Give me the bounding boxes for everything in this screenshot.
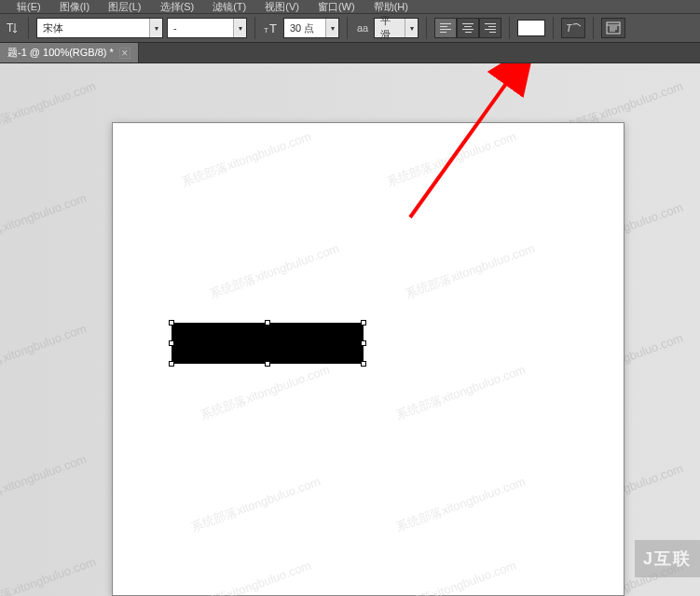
workspace: 系统部落xitongbuluo.com 系统部落xitongbuluo.com … [0, 63, 700, 596]
document-tab-title: 题-1 @ 100%(RGB/8) * [7, 46, 114, 60]
svg-text:T: T [566, 22, 573, 34]
svg-rect-4 [607, 22, 620, 34]
character-panel-button[interactable] [601, 18, 625, 38]
watermark: 系统部落xitongbuluo.com [393, 361, 528, 423]
menu-help[interactable]: 帮助(H) [364, 0, 418, 14]
warp-text-button[interactable]: T [561, 18, 585, 38]
font-family-dropdown[interactable]: 宋体 ▾ [36, 18, 163, 38]
divider [28, 17, 29, 39]
watermark: 系统部落xitongbuluo.com [0, 553, 98, 596]
font-style-value[interactable]: - [168, 19, 233, 37]
antialias-value[interactable]: 平滑 [375, 19, 405, 37]
align-left-button[interactable] [434, 18, 457, 38]
chevron-down-icon[interactable]: ▾ [233, 19, 246, 37]
divider [347, 17, 348, 39]
document-tab-bar: 题-1 @ 100%(RGB/8) * × [0, 43, 700, 63]
close-icon[interactable]: × [119, 48, 130, 59]
text-color-swatch[interactable] [517, 20, 545, 36]
menu-bar: 辑(E) 图像(I) 图层(L) 选择(S) 滤镜(T) 视图(V) 窗口(W)… [0, 0, 700, 13]
divider [426, 17, 427, 39]
chevron-down-icon[interactable]: ▾ [405, 19, 418, 37]
font-size-value[interactable]: 30 点 [284, 19, 325, 37]
align-center-button[interactable] [457, 18, 479, 38]
text-align-group [434, 18, 501, 38]
options-bar: T 宋体 ▾ - ▾ TT 30 点 ▾ aa 平滑 ▾ T [0, 13, 700, 43]
menu-layer[interactable]: 图层(L) [99, 0, 150, 14]
canvas[interactable]: 系统部落xitongbuluo.com 系统部落xitongbuluo.com … [112, 122, 625, 596]
watermark: 系统部落xitongbuluo.com [179, 557, 313, 596]
svg-text:T: T [7, 21, 14, 35]
divider [509, 17, 510, 39]
divider [553, 17, 554, 39]
watermark: 系统部落xitongbuluo.com [393, 473, 528, 535]
watermark: 系统部落xitongbuluo.com [188, 473, 323, 535]
chevron-down-icon[interactable]: ▾ [325, 19, 338, 37]
align-right-button[interactable] [479, 18, 501, 38]
menu-window[interactable]: 窗口(W) [309, 0, 364, 14]
watermark: 系统部落xitongbuluo.com [207, 240, 341, 302]
menu-filter[interactable]: 滤镜(T) [203, 0, 255, 14]
watermark: 系统部落xitongbuluo.com [384, 557, 518, 596]
document-tab[interactable]: 题-1 @ 100%(RGB/8) * × [0, 43, 139, 62]
watermark: 系统部落xitongbuluo.com [179, 128, 313, 190]
corner-watermark: J互联 [635, 540, 700, 577]
font-size-dropdown[interactable]: 30 点 ▾ [283, 18, 339, 38]
watermark: 系统部落xitongbuluo.com [0, 77, 98, 140]
svg-text:T: T [269, 21, 277, 35]
watermark: 系统部落xitongbuluo.com [403, 240, 537, 302]
text-layer-rect[interactable] [172, 324, 363, 363]
font-family-value[interactable]: 宋体 [37, 19, 149, 37]
antialias-label: aa [355, 22, 370, 34]
menu-image[interactable]: 图像(I) [50, 0, 99, 14]
text-orientation-icon[interactable]: T [4, 20, 21, 36]
watermark: 系统部落xitongbuluo.com [0, 450, 89, 513]
watermark: 系统部落xitongbuluo.com [0, 189, 89, 252]
antialias-dropdown[interactable]: 平滑 ▾ [374, 18, 419, 38]
chevron-down-icon[interactable]: ▾ [149, 19, 162, 37]
menu-select[interactable]: 选择(S) [151, 0, 204, 14]
watermark: 系统部落xitongbuluo.com [0, 320, 89, 382]
divider [593, 17, 594, 39]
font-size-icon: TT [263, 20, 280, 36]
font-style-dropdown[interactable]: - ▾ [167, 18, 247, 38]
watermark: 系统部落xitongbuluo.com [384, 128, 518, 190]
watermark: 系统部落xitongbuluo.com [198, 361, 332, 423]
divider [254, 17, 255, 39]
menu-edit[interactable]: 辑(E) [7, 0, 50, 14]
svg-text:T: T [264, 26, 268, 35]
menu-view[interactable]: 视图(V) [255, 0, 309, 14]
